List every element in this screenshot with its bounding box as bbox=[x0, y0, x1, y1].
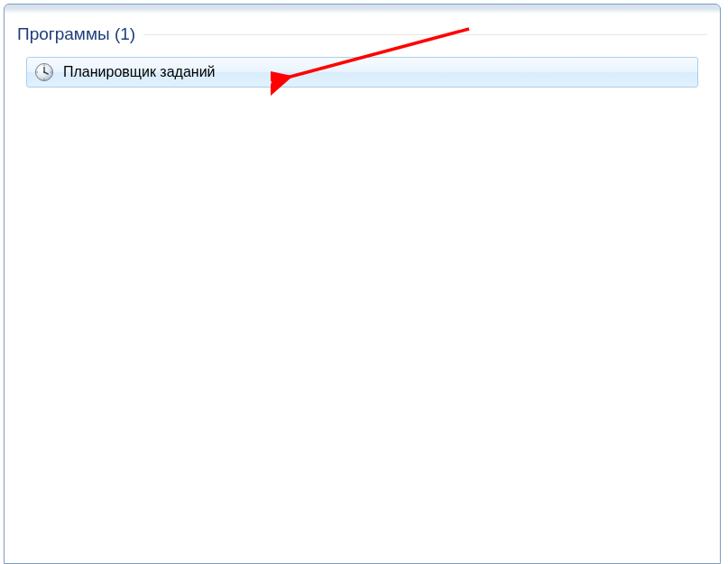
section-header-programs: Программы (1) bbox=[17, 24, 707, 44]
section-divider bbox=[144, 34, 707, 35]
clock-icon bbox=[34, 62, 54, 82]
result-item-label: Планировщик заданий bbox=[63, 64, 216, 80]
window-top-edge bbox=[5, 5, 720, 14]
content-area: Программы (1) bbox=[5, 5, 720, 88]
results-list: Планировщик заданий bbox=[17, 57, 707, 88]
result-item-task-scheduler[interactable]: Планировщик заданий bbox=[26, 57, 698, 88]
svg-point-1 bbox=[43, 65, 44, 66]
search-results-panel: Программы (1) bbox=[4, 4, 721, 564]
svg-point-2 bbox=[43, 79, 44, 79]
svg-point-7 bbox=[43, 71, 45, 73]
section-title: Программы (1) bbox=[17, 24, 144, 44]
svg-point-3 bbox=[37, 71, 38, 72]
svg-point-4 bbox=[51, 71, 51, 72]
